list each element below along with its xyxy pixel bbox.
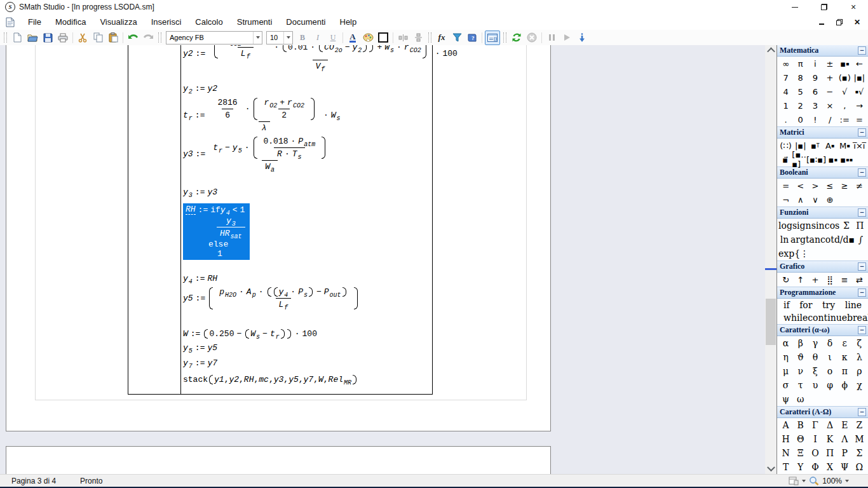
palette-button[interactable]: (▪) [837,71,852,84]
palette-button[interactable]: {⋮ [794,247,809,260]
palette-button[interactable]: ln [778,233,790,246]
font-size-select[interactable]: 10 [266,31,293,44]
palette-button[interactable]: ∧ [793,193,808,206]
worksheet-canvas[interactable]: y2:=pCO2·atmLf·0.01·CO2o−y2+Ws·rCO2Vf·10… [0,45,776,475]
palette-button[interactable]: M▪ [837,139,852,152]
palette-button[interactable]: ο [822,365,837,377]
palette-button[interactable]: − [822,85,837,98]
run-button[interactable] [560,31,574,44]
new-document-button[interactable] [10,31,24,44]
palette-button[interactable]: 4 [778,85,793,98]
save-button[interactable] [41,31,55,44]
collapse-button[interactable]: − [858,208,866,217]
font-family-select[interactable]: Agency FB [166,31,262,44]
math-region-selected[interactable]: RH:=if y4<1y3HRsatelse1 [183,203,250,260]
redo-button[interactable] [141,31,155,44]
palette-button[interactable]: κ [837,351,852,363]
collapse-button[interactable]: − [858,262,866,271]
palette-button[interactable]: ! [808,113,822,126]
palette-button[interactable]: ▪√ [852,85,867,98]
collapse-button[interactable]: − [858,46,866,55]
math-group-box[interactable]: y2:=pCO2·atmLf·0.01·CO2o−y2+Ws·rCO2Vf·10… [128,45,433,395]
palette-button[interactable]: 6 [808,85,822,98]
pause-button[interactable] [545,31,559,44]
palette-button[interactable]: Ξ [793,447,808,459]
palette-button[interactable]: > [808,179,822,192]
palette-button[interactable]: Ψ [837,461,852,473]
close-button[interactable]: × [839,0,868,14]
palette-button[interactable]: υ [808,379,822,391]
menu-help[interactable]: Help [333,17,364,27]
palette-button[interactable]: H [778,433,793,445]
palette-button[interactable]: N [778,447,793,459]
palette-button[interactable]: Ω [852,461,867,473]
math-region[interactable]: y2:=pCO2·atmLf·0.01·CO2o−y2+Ws·rCO2Vf·10… [183,45,458,71]
palette-button[interactable]: Σ [839,219,853,232]
palette-button[interactable]: [▪‥▪] [792,153,806,166]
undo-button[interactable] [126,31,140,44]
palette-button[interactable]: ψ [778,393,793,405]
palette-button[interactable]: i [808,57,822,70]
recalculate-button[interactable] [510,31,524,44]
palette-button[interactable]: I [808,433,822,445]
palette-button[interactable]: Λ [837,433,852,445]
menu-visualizza[interactable]: Visualizza [93,17,144,27]
font-color-button[interactable]: A [346,31,360,44]
font-size-dropdown[interactable] [283,32,292,44]
palette-button[interactable]: continue [808,311,847,324]
palette-button[interactable]: ▪▪▪ [839,153,853,166]
mdi-close-button[interactable]: ✕ [853,18,862,27]
palette-button[interactable]: ζ [852,337,867,349]
palette-button[interactable]: 3 [808,99,822,112]
palette-button[interactable]: tan [806,233,820,246]
palette-button[interactable]: K [822,433,837,445]
step-button[interactable] [575,31,589,44]
worksheet-page-4[interactable] [6,446,551,475]
menu-strumenti[interactable]: Strumenti [230,17,280,27]
palette-button[interactable]: cos [825,219,839,232]
zoom-dropdown[interactable] [845,480,849,482]
palette-button[interactable]: while [783,311,808,324]
palette-button[interactable]: M [852,433,867,445]
palette-button[interactable]: for [799,299,812,311]
palette-button[interactable]: [▪∶▪] [806,153,826,166]
palette-button[interactable]: λ [852,351,867,363]
palette-button[interactable]: Y [793,461,808,473]
menu-calcolo[interactable]: Calcolo [188,17,229,27]
toolbar-grip[interactable] [503,32,506,43]
palette-button[interactable]: / [822,113,837,126]
palette-button[interactable]: χ [852,379,867,391]
palette-button[interactable]: ↻ [778,273,793,286]
toolbar-grip[interactable] [158,32,161,43]
palette-button[interactable]: γ [808,337,822,349]
palette-button[interactable]: ∫ [855,233,867,246]
math-region[interactable]: y4:=RH [183,274,217,283]
palette-button[interactable]: β [793,337,808,349]
palette-button[interactable]: ≤ [822,179,837,192]
print-button[interactable] [56,31,70,44]
palette-button[interactable]: break [847,311,868,324]
palette-button[interactable]: θ [808,351,822,363]
palette-button[interactable]: ⣿ [822,273,837,286]
palette-button[interactable]: σ [778,379,793,391]
palette-button[interactable]: + [808,273,822,286]
palette-button[interactable]: ∞ [778,57,793,70]
mdi-minimize-button[interactable] [817,18,826,27]
palette-button[interactable]: cot [820,233,834,246]
palette-button[interactable]: if [783,299,790,311]
italic-button[interactable]: I [311,31,325,44]
reference-button[interactable]: ? [465,31,479,44]
underline-button[interactable]: U [326,31,340,44]
palette-button[interactable]: → [852,99,867,112]
palette-button[interactable]: ρ [852,365,867,377]
palette-button[interactable]: Φ [808,461,822,473]
restore-button[interactable] [810,0,839,14]
palette-button[interactable]: sign [792,219,811,232]
math-region[interactable]: stacky1, y2, RH, mc, y3, y5, y7, W, RelM… [183,375,358,384]
collapse-button[interactable]: − [858,288,866,297]
worksheet-page-3[interactable]: y2:=pCO2·atmLf·0.01·CO2o−y2+Ws·rCO2Vf·10… [6,45,551,431]
math-region[interactable]: tr:=28166·rO2+rCO22λ·Ws [183,98,341,133]
cut-button[interactable] [76,31,90,44]
palette-button[interactable]: μ [778,365,793,377]
palette-button[interactable]: ξ [808,365,822,377]
